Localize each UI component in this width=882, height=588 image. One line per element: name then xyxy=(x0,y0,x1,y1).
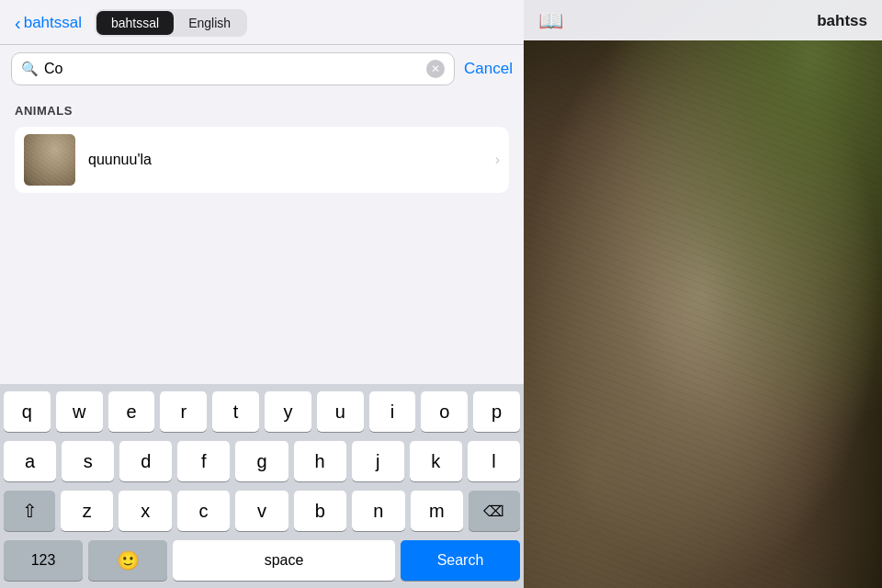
key-c[interactable]: c xyxy=(177,491,230,531)
search-icon: 🔍 xyxy=(21,61,39,77)
tab-group: bahtssal English xyxy=(95,9,247,37)
right-title: bahtss xyxy=(817,12,867,30)
key-a[interactable]: a xyxy=(4,441,56,481)
tab-bahtssal[interactable]: bahtssal xyxy=(96,11,174,35)
key-i[interactable]: i xyxy=(369,391,416,432)
back-button[interactable]: ‹ bahtssal xyxy=(11,11,85,36)
result-item[interactable]: quunuu'la › xyxy=(15,127,509,193)
wolf-photo xyxy=(524,0,882,588)
key-z[interactable]: z xyxy=(61,491,113,531)
key-f[interactable]: f xyxy=(177,441,230,481)
search-input-value: Co xyxy=(44,61,421,77)
key-h[interactable]: h xyxy=(294,441,346,481)
book-icon[interactable]: 📖 xyxy=(538,9,563,33)
key-s[interactable]: s xyxy=(62,441,114,481)
key-o[interactable]: o xyxy=(421,391,468,432)
tab-english[interactable]: English xyxy=(174,11,245,35)
keyboard-row-1: q w e r t y u i o p xyxy=(4,391,520,432)
key-d[interactable]: d xyxy=(119,441,172,481)
wolf-fur-texture xyxy=(524,0,882,588)
cancel-button[interactable]: Cancel xyxy=(464,60,513,78)
search-row: 🔍 Co ✕ Cancel xyxy=(0,45,524,93)
right-panel: 📖 bahtss xyxy=(524,0,882,588)
key-space[interactable]: space xyxy=(173,540,395,581)
keyboard-area: q w e r t y u i o p a s d f g h j k l ⇧ … xyxy=(0,384,524,588)
keyboard-row-2: a s d f g h j k l xyxy=(4,441,520,481)
key-b[interactable]: b xyxy=(294,491,346,531)
right-header: 📖 bahtss xyxy=(524,0,882,40)
key-k[interactable]: k xyxy=(410,441,462,481)
keyboard-bottom-row: 123 🙂 space Search xyxy=(4,540,520,581)
key-w[interactable]: w xyxy=(56,391,103,432)
key-r[interactable]: r xyxy=(160,391,207,432)
key-emoji[interactable]: 🙂 xyxy=(88,540,167,581)
back-chevron-icon: ‹ xyxy=(15,13,21,34)
result-arrow-icon: › xyxy=(495,152,500,168)
section-label-animals: ANIMALS xyxy=(15,104,509,118)
key-search[interactable]: Search xyxy=(401,540,520,581)
key-q[interactable]: q xyxy=(4,391,51,432)
result-thumbnail xyxy=(24,134,75,186)
search-field[interactable]: 🔍 Co ✕ xyxy=(11,52,455,85)
key-l[interactable]: l xyxy=(468,441,520,481)
key-shift[interactable]: ⇧ xyxy=(4,491,55,531)
left-panel: ‹ bahtssal bahtssal English 🔍 Co ✕ Cance… xyxy=(0,0,524,588)
key-m[interactable]: m xyxy=(411,491,463,531)
key-u[interactable]: u xyxy=(317,391,364,432)
back-label: bahtssal xyxy=(24,14,82,32)
key-delete[interactable]: ⌫ xyxy=(469,491,520,531)
key-g[interactable]: g xyxy=(235,441,288,481)
key-v[interactable]: v xyxy=(235,491,288,531)
results-area: ANIMALS quunuu'la › xyxy=(0,93,524,384)
key-x[interactable]: x xyxy=(119,491,171,531)
key-t[interactable]: t xyxy=(212,391,259,432)
keyboard-row-3: ⇧ z x c v b n m ⌫ xyxy=(4,491,520,531)
result-text: quunuu'la xyxy=(88,152,152,168)
clear-button[interactable]: ✕ xyxy=(426,60,445,78)
key-j[interactable]: j xyxy=(352,441,404,481)
key-y[interactable]: y xyxy=(265,391,311,432)
key-n[interactable]: n xyxy=(352,491,404,531)
key-numbers[interactable]: 123 xyxy=(4,540,83,581)
header-bar: ‹ bahtssal bahtssal English xyxy=(0,0,524,45)
key-e[interactable]: e xyxy=(108,391,155,432)
key-p[interactable]: p xyxy=(473,391,520,432)
